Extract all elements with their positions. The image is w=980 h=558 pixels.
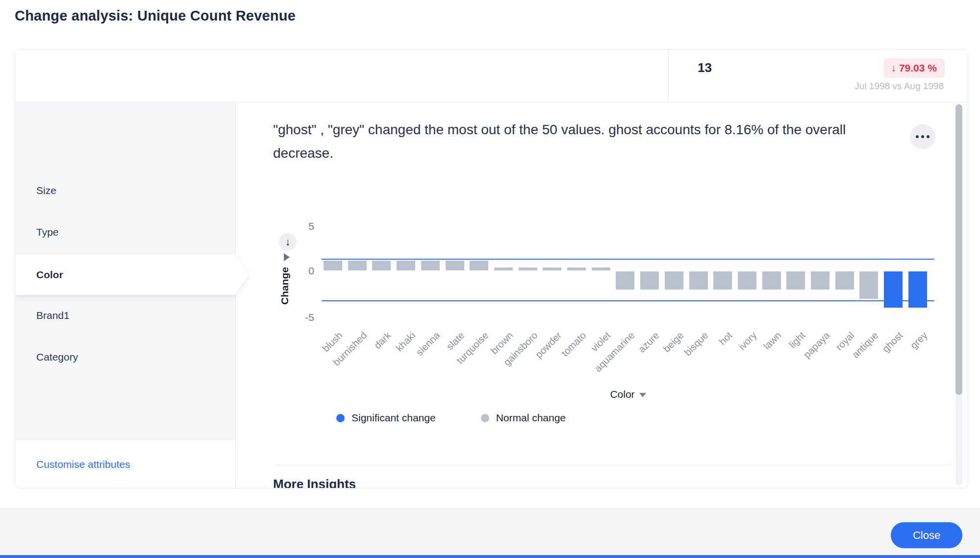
- sidebar-footer: Customise attributes: [15, 439, 235, 488]
- bar-lawn[interactable]: [762, 271, 781, 290]
- legend-item-significant: Significant change: [336, 412, 436, 424]
- comparison-period-label: Jul 1998 vs Aug 1998: [854, 81, 944, 92]
- bar-sienna[interactable]: [421, 261, 440, 270]
- change-analysis-dialog: Change analysis: Unique Count Revenue 13…: [0, 0, 980, 558]
- decrease-badge: ↓ 79.03 %: [883, 58, 945, 78]
- bar-slate[interactable]: [446, 261, 464, 270]
- sidebar-item-category[interactable]: Category: [15, 340, 236, 374]
- bar-blush[interactable]: [324, 261, 342, 270]
- x-axis-labels: blushburnisheddarkkhakisiennaslateturquo…: [322, 325, 934, 398]
- threshold-line-lower: [322, 300, 934, 301]
- close-button[interactable]: Close: [891, 522, 962, 548]
- metric-count: 13: [698, 60, 712, 75]
- bar-tomato[interactable]: [567, 267, 586, 270]
- bar-royal[interactable]: [835, 271, 854, 290]
- bar-bisque[interactable]: [689, 271, 708, 290]
- y-tick-label: 5: [292, 220, 314, 232]
- analysis-card: 13 ↓ 79.03 % Jul 1998 vs Aug 1998 Size T…: [15, 49, 968, 488]
- ellipsis-icon: [921, 135, 924, 138]
- y-tick-label: 0: [292, 265, 314, 277]
- bar-aquamarine[interactable]: [616, 271, 634, 290]
- sidebar-item-type[interactable]: Type: [15, 215, 236, 249]
- card-header: 13 ↓ 79.03 % Jul 1998 vs Aug 1998: [15, 49, 968, 102]
- more-insights-heading: More Insights: [273, 477, 356, 488]
- normal-change-dot-icon: [481, 414, 489, 422]
- bar-antique[interactable]: [859, 271, 878, 299]
- bar-light[interactable]: [786, 271, 805, 290]
- bar-violet[interactable]: [592, 267, 610, 270]
- dialog-footer: Close: [0, 509, 980, 558]
- legend-item-normal: Normal change: [481, 412, 566, 424]
- bar-ivory[interactable]: [738, 271, 756, 290]
- bar-hot[interactable]: [713, 271, 732, 290]
- x-axis-name: Color: [322, 388, 934, 400]
- arrow-down-icon: ↓: [285, 236, 291, 248]
- chart-legend: Significant change Normal change: [336, 412, 566, 424]
- insight-text: "ghost" , "grey" changed the most out of…: [273, 118, 905, 165]
- sidebar-item-brand1[interactable]: Brand1: [15, 298, 236, 333]
- bar-brown[interactable]: [494, 267, 513, 270]
- bar-gainsboro[interactable]: [519, 267, 537, 270]
- more-options-button[interactable]: [910, 124, 935, 149]
- bar-azure[interactable]: [640, 271, 659, 290]
- ellipsis-icon: [916, 135, 919, 138]
- bar-dark[interactable]: [372, 261, 391, 270]
- header-divider: [668, 49, 669, 102]
- significant-change-dot-icon: [336, 414, 345, 422]
- bar-ghost[interactable]: [884, 271, 903, 308]
- bar-turquoise[interactable]: [470, 261, 488, 270]
- bar-grey[interactable]: [908, 271, 927, 308]
- sidebar-item-color[interactable]: Color: [15, 254, 249, 295]
- ellipsis-icon: [927, 135, 930, 138]
- section-divider: [273, 465, 952, 465]
- bar-chart-plot-area: [322, 216, 934, 329]
- legend-label: Significant change: [352, 412, 436, 424]
- sidebar-item-label: Size: [36, 185, 56, 196]
- bar-beige[interactable]: [665, 271, 683, 290]
- chevron-down-icon[interactable]: [639, 393, 646, 397]
- sort-direction-button[interactable]: ↓: [279, 233, 297, 251]
- sidebar-item-label: Category: [36, 351, 78, 363]
- page-title: Change analysis: Unique Count Revenue: [15, 8, 296, 24]
- sidebar-item-label: Color: [36, 269, 63, 281]
- axis-expand-icon[interactable]: [284, 253, 290, 261]
- y-tick-label: -5: [292, 312, 314, 323]
- sidebar-item-size[interactable]: Size: [15, 173, 236, 208]
- scrollbar-thumb[interactable]: [955, 104, 962, 395]
- bar-khaki[interactable]: [397, 261, 415, 270]
- customise-attributes-link[interactable]: Customise attributes: [36, 459, 130, 470]
- sidebar-item-label: Brand1: [36, 310, 70, 321]
- x-axis-dimension-label[interactable]: Color: [610, 388, 634, 400]
- sidebar-item-label: Type: [36, 226, 59, 238]
- attributes-sidebar: Size Type Color Brand1 Category Customis…: [15, 102, 236, 488]
- legend-label: Normal change: [496, 412, 566, 424]
- threshold-line-upper: [322, 259, 934, 260]
- bar-powder[interactable]: [543, 267, 561, 270]
- bar-burnished[interactable]: [348, 261, 367, 270]
- bottom-accent-bar: [0, 555, 980, 558]
- bar-papaya[interactable]: [811, 271, 829, 290]
